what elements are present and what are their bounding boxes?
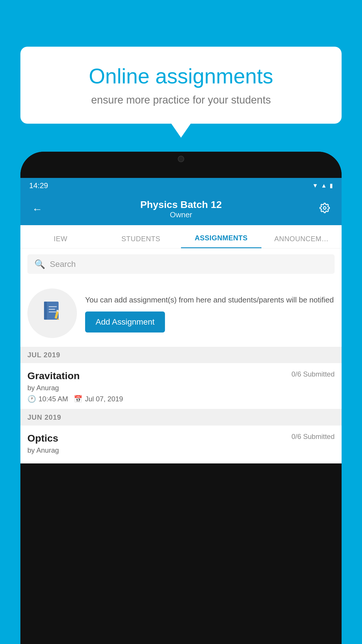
assignment-author-gravitation: by Anurag	[27, 384, 335, 392]
search-container: 🔍 Search	[20, 249, 342, 280]
assignment-date-gravitation: 📅 Jul 07, 2019	[74, 395, 123, 403]
search-bar[interactable]: 🔍 Search	[27, 254, 335, 274]
speech-bubble: Online assignments ensure more practice …	[20, 47, 342, 124]
speech-bubble-subtitle: ensure more practice for your students	[41, 94, 321, 106]
back-button[interactable]: ←	[29, 200, 45, 218]
assignment-title-optics: Optics	[27, 433, 58, 444]
section-divider-jun: JUN 2019	[20, 409, 342, 426]
settings-button[interactable]	[317, 200, 333, 218]
assignment-item-optics[interactable]: Optics 0/6 Submitted by Anurag	[20, 426, 342, 463]
svg-rect-2	[44, 302, 47, 320]
notebook-icon	[41, 299, 64, 327]
add-assignment-button[interactable]: Add Assignment	[85, 312, 165, 332]
header-title-container: Physics Batch 12 Owner	[45, 199, 317, 219]
header-subtitle: Owner	[45, 210, 317, 219]
status-time: 14:29	[29, 181, 48, 190]
svg-point-0	[324, 207, 326, 209]
battery-icon: ▮	[330, 182, 333, 189]
speech-bubble-title: Online assignments	[41, 64, 321, 88]
promo-text: You can add assignment(s) from here and …	[85, 294, 335, 306]
speech-bubble-container: Online assignments ensure more practice …	[20, 47, 342, 124]
assignment-title-gravitation: Gravitation	[27, 370, 80, 382]
assignment-header-optics: Optics 0/6 Submitted	[27, 433, 335, 444]
section-divider-jul: JUL 2019	[20, 347, 342, 363]
date-value: Jul 07, 2019	[85, 395, 123, 403]
phone-screen: IEW STUDENTS ASSIGNMENTS ANNOUNCEM… 🔍 Se…	[20, 225, 342, 463]
phone-notch	[164, 152, 198, 166]
assignment-item-gravitation[interactable]: Gravitation 0/6 Submitted by Anurag 🕐 10…	[20, 363, 342, 409]
phone-camera	[178, 156, 184, 162]
assignment-submitted-optics: 0/6 Submitted	[291, 433, 335, 441]
section-label-jun: JUN 2019	[27, 413, 61, 421]
assignment-meta-gravitation: 🕐 10:45 AM 📅 Jul 07, 2019	[27, 395, 335, 403]
assignment-submitted-gravitation: 0/6 Submitted	[291, 370, 335, 378]
tab-overview[interactable]: IEW	[20, 225, 101, 248]
time-value: 10:45 AM	[38, 395, 68, 403]
tab-announcements[interactable]: ANNOUNCEM…	[261, 225, 342, 248]
promo-content: You can add assignment(s) from here and …	[85, 294, 335, 332]
app-header: ← Physics Batch 12 Owner	[20, 193, 342, 225]
svg-rect-5	[49, 312, 56, 312]
search-placeholder: Search	[50, 260, 76, 269]
phone-frame: 14:29 ▼ ▲ ▮ ← Physics Batch 12 Owner IEW…	[20, 152, 342, 644]
status-bar: 14:29 ▼ ▲ ▮	[20, 178, 342, 193]
status-icons: ▼ ▲ ▮	[312, 182, 333, 189]
promo-icon-circle	[27, 288, 77, 338]
clock-icon: 🕐	[27, 395, 36, 403]
svg-rect-4	[49, 309, 55, 310]
assignment-author-optics: by Anurag	[27, 446, 335, 454]
assignment-header-gravitation: Gravitation 0/6 Submitted	[27, 370, 335, 382]
tab-students[interactable]: STUDENTS	[101, 225, 181, 248]
tab-bar: IEW STUDENTS ASSIGNMENTS ANNOUNCEM…	[20, 225, 342, 249]
signal-icon: ▲	[321, 182, 327, 189]
svg-rect-3	[49, 306, 57, 307]
promo-section: You can add assignment(s) from here and …	[20, 280, 342, 347]
wifi-icon: ▼	[312, 182, 318, 189]
tab-assignments[interactable]: ASSIGNMENTS	[181, 225, 261, 248]
assignment-time-gravitation: 🕐 10:45 AM	[27, 395, 68, 403]
search-icon: 🔍	[34, 259, 45, 269]
header-title: Physics Batch 12	[45, 199, 317, 210]
calendar-icon: 📅	[74, 395, 82, 403]
section-label-jul: JUL 2019	[27, 351, 60, 359]
phone-bezel	[20, 152, 342, 178]
